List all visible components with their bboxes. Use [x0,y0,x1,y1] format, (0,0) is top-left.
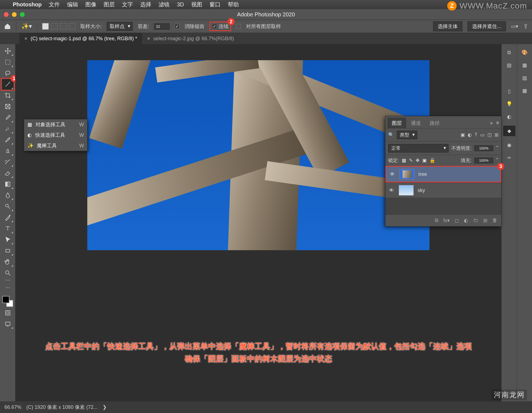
opacity-chevron-icon[interactable]: ˅ [496,145,498,151]
tab-paths[interactable]: 路径 [426,118,444,128]
clone-stamp-tool[interactable] [2,146,14,156]
visibility-eye-icon[interactable]: 👁 [389,171,396,177]
menu-layer[interactable]: 图层 [104,1,115,8]
adjustments-panel-icon[interactable]: ◐ [505,113,513,121]
menu-edit[interactable]: 编辑 [67,1,78,8]
menu-select[interactable]: 选择 [140,1,151,8]
swatches-panel-icon[interactable]: ▦ [521,61,528,69]
properties-panel-icon[interactable]: ▤ [505,61,513,69]
filter-smart-icon[interactable]: ◫ [487,132,492,138]
menu-3d[interactable]: 3D [177,1,184,8]
quick-mask-icon[interactable] [2,308,14,318]
visibility-eye-icon[interactable]: 👁 [388,188,395,193]
all-layers-checkbox[interactable] [236,24,241,29]
screen-mode-icon[interactable] [2,319,14,329]
share-icon[interactable]: ⇪ [523,23,528,30]
color-picker[interactable] [2,296,13,307]
menu-image[interactable]: 图像 [85,1,96,8]
subtract-selection-icon[interactable] [60,23,66,30]
foreground-color-swatch[interactable] [2,296,9,303]
flyout-item-object-selection[interactable]: ▦ 对象选择工具 W [24,119,87,130]
filter-adjust-icon[interactable]: ◐ [468,132,472,138]
workspace-switcher-icon[interactable]: ▭▾ [511,23,518,29]
healing-brush-tool[interactable] [2,123,14,134]
color-panel-icon[interactable]: 🎨 [521,49,528,56]
path-selection-tool[interactable] [2,234,14,245]
dodge-tool[interactable] [2,201,14,212]
lock-position-icon[interactable]: ✥ [416,158,420,163]
doc-info[interactable]: (C) 1920 像素 x 1080 像素 (72... [26,404,98,411]
layer-group-icon[interactable]: 🗀 [473,217,478,224]
contiguous-checkbox[interactable]: ✓ [212,24,217,29]
marquee-tool[interactable] [2,57,14,67]
menu-view[interactable]: 视图 [191,1,202,8]
layers-panel-icon[interactable]: ◆ [503,126,515,136]
close-window-icon[interactable] [4,12,9,17]
frame-tool[interactable] [2,101,14,112]
menu-file[interactable]: 文件 [49,1,60,8]
layer-name[interactable]: sky [418,188,425,193]
tolerance-input[interactable] [154,23,170,30]
opacity-input[interactable] [474,145,493,151]
libraries-panel-icon[interactable]: ▯ [505,87,513,95]
fill-input[interactable] [474,158,493,163]
link-layers-icon[interactable]: ⧉ [435,217,438,224]
adjustment-layer-icon[interactable]: ◐ [464,217,468,224]
patterns-panel-icon[interactable]: ▩ [521,87,528,95]
paths-panel-icon[interactable]: ✑ [505,154,513,162]
info-panel-icon[interactable]: 💡 [505,100,513,108]
document-canvas[interactable] [87,60,429,250]
filter-pixel-icon[interactable]: ▣ [461,132,465,138]
flyout-item-magic-wand[interactable]: ✨ 魔棒工具 W [24,140,87,151]
filter-type-icon[interactable]: T [475,132,477,138]
channels-panel-icon[interactable]: ◉ [505,141,513,149]
type-tool[interactable] [2,223,14,234]
history-brush-tool[interactable] [2,157,14,167]
select-and-mask-button[interactable]: 选择并遮住... [467,21,506,31]
doc-info-chevron-icon[interactable]: ❯ [103,404,107,410]
search-icon[interactable]: 🔍 [388,132,394,138]
magic-wand-tool[interactable]: 1 [2,79,14,90]
tab-channels[interactable]: 通道 [407,118,425,128]
zoom-window-icon[interactable] [20,12,25,17]
layer-fx-icon[interactable]: fx▾ [443,217,450,224]
history-panel-icon[interactable]: ⧉ [505,49,513,56]
fill-chevron-icon[interactable]: ˅ [496,158,498,163]
layer-filter-dropdown[interactable]: 类型 [397,131,417,139]
panel-menu-icon[interactable]: ≡ [496,120,499,126]
lock-transparency-icon[interactable]: ▩ [402,158,406,163]
document-tab[interactable]: × select-magic-2.jpg @ 66.7%(RGB/8) [142,33,239,44]
rectangle-tool[interactable] [2,245,14,256]
close-tab-icon[interactable]: × [147,36,150,42]
anti-alias-checkbox[interactable]: ✓ [175,24,180,29]
pen-tool[interactable] [2,212,14,223]
filter-shape-icon[interactable]: ▭ [480,132,485,138]
flyout-item-quick-selection[interactable]: ◐ 快速选择工具 W [24,130,87,140]
menu-help[interactable]: 帮助 [228,1,239,8]
add-selection-icon[interactable] [51,23,58,30]
eraser-tool[interactable] [2,168,14,178]
hand-tool[interactable] [2,257,14,267]
blur-tool[interactable] [2,190,14,201]
edit-toolbar-icon[interactable]: ⋯ [2,282,14,293]
intersect-selection-icon[interactable] [69,23,75,30]
layer-thumbnail[interactable] [399,185,414,196]
magic-wand-icon[interactable]: ✨▾ [21,23,32,30]
new-selection-icon[interactable] [42,23,49,30]
crop-tool[interactable] [2,90,14,101]
menu-filter[interactable]: 滤镜 [158,1,170,8]
layer-name[interactable]: tree [418,171,427,177]
collapse-panel-icon[interactable]: » [490,120,493,126]
zoom-level[interactable]: 66.67% [4,404,21,410]
lock-pixels-icon[interactable]: ✎ [409,158,413,163]
gradient-tool[interactable] [2,179,14,189]
move-tool[interactable] [2,46,14,56]
tab-layers[interactable]: 图层 [388,118,406,128]
app-name[interactable]: Photoshop [13,1,42,8]
layer-thumbnail[interactable] [400,169,415,179]
layer-mask-icon[interactable]: ◻ [455,217,459,224]
menu-type[interactable]: 文字 [122,1,133,8]
eyedropper-tool[interactable] [2,112,14,123]
new-layer-icon[interactable]: ⊞ [483,217,487,224]
sample-size-dropdown[interactable]: 取样点 [107,22,133,31]
